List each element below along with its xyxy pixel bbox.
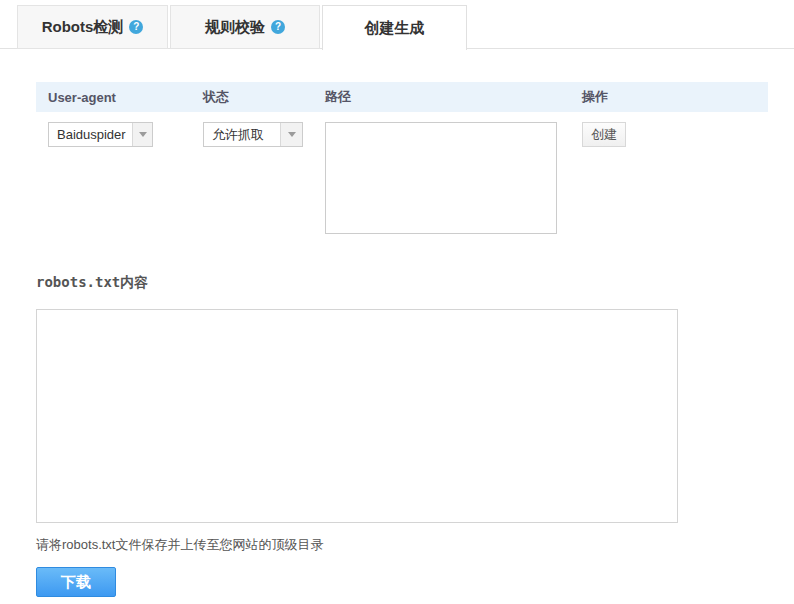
tab-bar: Robots检测 ? 规则校验 ? 创建生成: [0, 5, 794, 49]
header-path: 路径: [313, 88, 570, 106]
path-input[interactable]: [325, 122, 557, 234]
status-select[interactable]: 允许抓取: [203, 122, 303, 147]
robots-tool-panel: Robots检测 ? 规则校验 ? 创建生成 User-agent 状态 路径 …: [0, 0, 794, 604]
rule-table-header: User-agent 状态 路径 操作: [36, 82, 768, 112]
tab-robots-check-label: Robots检测: [42, 18, 124, 37]
robots-content-label: robots.txt内容: [36, 274, 148, 292]
upload-instruction-note: 请将robots.txt文件保存并上传至您网站的顶级目录: [36, 536, 323, 554]
rule-table-row: Baiduspider 允许抓取 创建: [36, 122, 768, 238]
chevron-down-icon[interactable]: [280, 123, 302, 146]
create-button[interactable]: 创建: [582, 122, 626, 147]
status-selected-value: 允许抓取: [204, 123, 280, 146]
download-button[interactable]: 下载: [36, 567, 116, 597]
user-agent-select[interactable]: Baiduspider: [48, 122, 153, 147]
header-user-agent: User-agent: [36, 90, 191, 105]
user-agent-selected-value: Baiduspider: [49, 123, 132, 146]
tab-robots-check[interactable]: Robots检测 ?: [17, 5, 168, 49]
tab-rule-verify[interactable]: 规则校验 ?: [170, 5, 320, 49]
help-icon[interactable]: ?: [129, 20, 143, 34]
header-status: 状态: [191, 88, 313, 106]
rule-table: User-agent 状态 路径 操作 Baiduspider 允许抓取: [36, 82, 768, 238]
tab-rule-verify-label: 规则校验: [205, 18, 265, 37]
header-action: 操作: [570, 88, 768, 106]
tab-create-generate[interactable]: 创建生成: [322, 5, 467, 50]
chevron-down-icon[interactable]: [132, 123, 152, 146]
tab-create-generate-label: 创建生成: [365, 19, 425, 38]
robots-content-textarea[interactable]: [36, 309, 678, 523]
help-icon[interactable]: ?: [271, 20, 285, 34]
